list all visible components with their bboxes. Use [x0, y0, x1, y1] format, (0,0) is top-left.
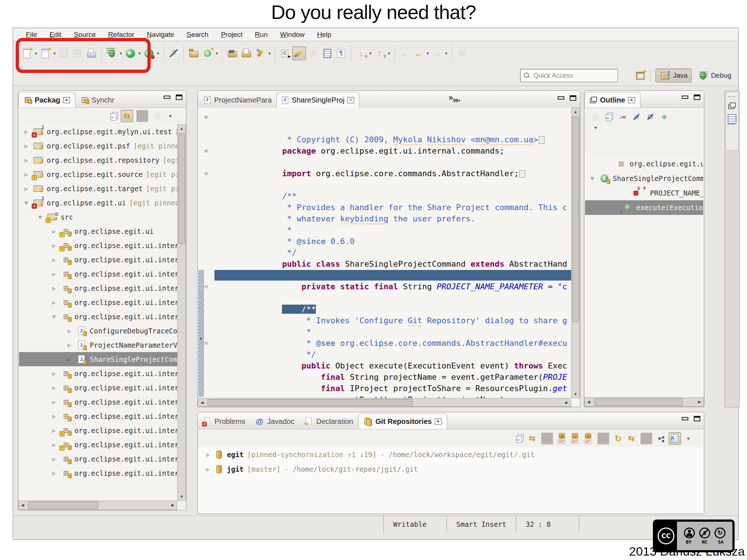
separator[interactable]	[541, 433, 553, 444]
editor-tab[interactable]: ShareSingleProj ×	[276, 92, 360, 108]
editor-tab[interactable]: ProjectNamePara ×	[199, 92, 276, 108]
tree-item[interactable]: ▷ org.eclipse.egit.ui.internal.a	[19, 252, 177, 267]
scroll-left-icon[interactable]: ◀	[585, 398, 593, 406]
expand-arrow-icon[interactable]: ▷	[23, 143, 30, 149]
breadcrumb-icon[interactable]	[278, 47, 291, 60]
view-menu-icon[interactable]	[682, 433, 694, 444]
outline-tree[interactable]: org.eclipse.egit.ui.inte ▽ ShareSinglePr…	[585, 157, 703, 397]
expand-arrow-icon[interactable]: ▷	[50, 428, 58, 433]
git-repositories-list[interactable]: ▷ egit [pinned-synchornization ↑1 ↓19] -…	[198, 447, 703, 513]
pin-editor-icon[interactable]	[455, 47, 468, 60]
fold-marker-icon[interactable]	[198, 326, 214, 337]
expand-arrow-icon[interactable]: ▷	[66, 328, 73, 334]
menu-item[interactable]: Window	[275, 30, 310, 39]
focus-icon[interactable]	[589, 111, 601, 123]
expand-arrow-icon[interactable]: ▷	[50, 271, 58, 277]
fold-marker-icon[interactable]	[198, 247, 214, 258]
view-tab[interactable]: Packag ×	[18, 92, 76, 108]
expand-arrow-icon[interactable]: ▷	[50, 399, 58, 405]
previous-annotation-icon[interactable]	[373, 47, 386, 60]
scroll-right-icon[interactable]: ▶	[563, 398, 571, 406]
view-tab[interactable]: Synchr ×	[76, 92, 119, 108]
expand-arrow-icon[interactable]: ▷	[204, 466, 212, 472]
code-line[interactable]: * Invokes 'Configure Git Repository' dia…	[198, 292, 571, 304]
fold-marker-icon[interactable]	[198, 213, 214, 224]
maximize-icon[interactable]	[694, 94, 700, 100]
view-menu-icon[interactable]	[591, 123, 601, 132]
close-icon[interactable]: ×	[63, 97, 70, 103]
hide-static-icon[interactable]	[645, 111, 656, 123]
scroll-up-icon[interactable]: ▲	[178, 125, 186, 132]
minimize-icon[interactable]	[163, 95, 170, 100]
code-line[interactable]: public class ShareSingleProjectCommand e…	[198, 236, 571, 247]
view-tab[interactable]: Outline ×	[584, 92, 640, 108]
drag-handle[interactable]	[728, 96, 736, 97]
save-icon[interactable]	[57, 47, 70, 60]
tree-item[interactable]: ▷ org.eclipse.egit.psf [egit pinned-sync…	[19, 139, 177, 153]
menu-item[interactable]: Help	[311, 30, 337, 39]
print-icon[interactable]	[85, 47, 98, 60]
tree-item[interactable]: ▷ org.eclipse.egit.ui.internal.c	[19, 409, 177, 423]
view-tab[interactable]: Javadoc ×	[250, 414, 299, 429]
fold-marker-icon[interactable]	[198, 315, 214, 326]
fold-marker-icon[interactable]	[198, 371, 214, 383]
menu-item[interactable]: Source	[68, 30, 101, 39]
code-line[interactable]: package org.eclipse.egit.ui.internal.com…	[198, 123, 571, 134]
fold-marker-icon[interactable]	[198, 224, 214, 236]
expand-arrow-icon[interactable]: ▽	[589, 175, 596, 181]
expand-arrow-icon[interactable]: ▷	[50, 442, 58, 448]
dropdown-caret-icon[interactable]: ▾	[52, 51, 57, 56]
new-class-icon[interactable]	[201, 47, 214, 60]
repository-row[interactable]: ▷ egit [pinned-synchornization ↑1 ↓19] -…	[198, 447, 703, 462]
tree-item[interactable]: ▷ org.eclipse.egit.source [egit pinned-s…	[19, 167, 177, 181]
minimize-icon[interactable]	[557, 96, 564, 101]
tree-item[interactable]: ▷ org.eclipse.egit.mylyn.ui.test [egit p…	[19, 124, 177, 139]
hide-non-public-icon[interactable]	[658, 111, 670, 123]
tree-item[interactable]: ▷ org.eclipse.egit.ui.internal.t	[19, 452, 177, 466]
forward-icon[interactable]	[430, 47, 444, 60]
vertical-scrollbar[interactable]: ▲ ▼	[177, 124, 186, 501]
expand-arrow-icon[interactable]: ▽	[36, 214, 44, 220]
collapse-all-icon[interactable]	[603, 111, 615, 123]
open-perspective-icon[interactable]	[634, 69, 647, 82]
close-icon[interactable]: ×	[628, 97, 635, 103]
run-icon[interactable]	[124, 47, 137, 60]
menu-item[interactable]: Run	[249, 30, 273, 39]
fold-marker-icon[interactable]	[198, 236, 214, 247]
tree-item[interactable]: ▽ src	[19, 210, 177, 224]
separator[interactable]	[136, 110, 148, 122]
link-with-selection-icon[interactable]	[526, 433, 538, 444]
scroll-right-icon[interactable]: ▶	[169, 501, 177, 510]
expand-arrow-icon[interactable]: ▷	[50, 413, 58, 419]
expand-arrow-icon[interactable]: ▽	[50, 314, 58, 320]
code-line[interactable]	[198, 270, 571, 281]
fold-marker-icon[interactable]	[198, 292, 214, 304]
fold-marker-icon[interactable]	[198, 383, 214, 394]
expand-arrow-icon[interactable]: ▷	[50, 385, 58, 391]
code-line[interactable]: ⊖ public Object execute(ExecutionEvent e…	[198, 337, 571, 349]
collapse-all-icon[interactable]	[108, 110, 119, 122]
tree-item[interactable]: ▷ org.eclipse.egit.ui.internal.c	[19, 366, 177, 381]
code-line[interactable]: ⊕ * Copyright (C) 2009, Mykola Nikishov …	[198, 111, 571, 123]
fold-marker-icon[interactable]: ⊕	[198, 145, 214, 157]
show-source-icon[interactable]	[321, 47, 334, 60]
dropdown-caret-icon[interactable]: ▾	[368, 51, 373, 56]
scrollbar-thumb[interactable]	[572, 117, 579, 322]
hierarchy-layout-icon[interactable]	[655, 433, 667, 444]
fold-marker-icon[interactable]	[198, 179, 214, 190]
open-type-icon[interactable]	[226, 47, 239, 60]
link-with-editor-icon[interactable]	[121, 110, 133, 122]
code-line[interactable]: */	[198, 326, 571, 337]
scroll-right-icon[interactable]: ▶	[696, 398, 704, 406]
tree-item[interactable]: ▷ org.eclipse.egit.ui.internal.t	[19, 466, 177, 480]
project-tree[interactable]: ▷ org.eclipse.egit.mylyn.ui.test [egit p…	[19, 124, 177, 501]
tree-item[interactable]: ▷ org.eclipse.egit.ui.internal.c	[19, 423, 177, 437]
expand-arrow-icon[interactable]: ▷	[50, 456, 58, 462]
scroll-left-icon[interactable]: ◀	[198, 398, 206, 406]
horizontal-scrollbar[interactable]: ◀ ▶	[18, 501, 177, 510]
menu-item[interactable]: Edit	[44, 30, 67, 39]
menu-item[interactable]: Search	[181, 30, 214, 39]
outline-item[interactable]: PROJECT_NAME_PARAMETE	[585, 186, 703, 200]
debug-perspective-button[interactable]: Debug	[694, 69, 735, 82]
scrollbar-thumb[interactable]	[28, 502, 98, 509]
